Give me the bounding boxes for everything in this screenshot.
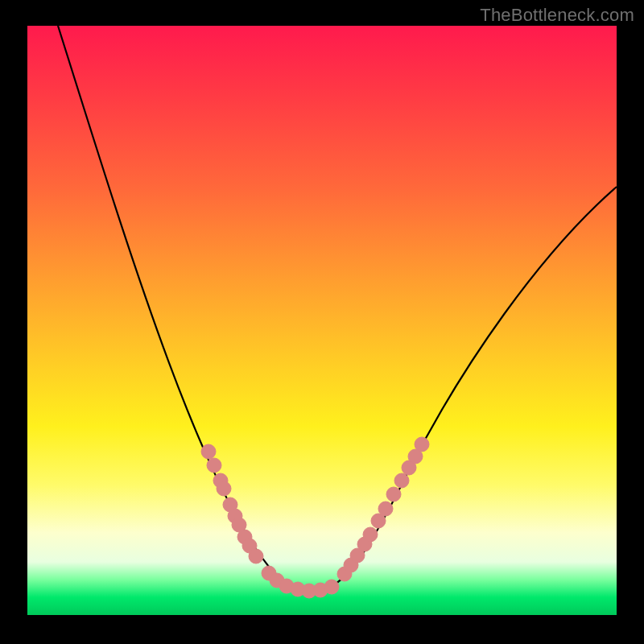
curve-marker [415,437,429,452]
curve-marker [207,458,221,473]
curve-svg [27,26,617,615]
watermark-text: TheBottleneck.com [480,5,634,26]
curve-marker [249,549,263,564]
chart-frame: TheBottleneck.com [0,0,644,644]
plot-area [27,26,617,615]
curve-marker [217,481,231,496]
bottleneck-curve [58,26,617,590]
curve-marker [378,502,393,516]
curve-marker [386,487,401,502]
curve-marker [324,580,339,594]
curve-marker [201,444,216,459]
curve-marker [394,473,409,488]
curve-marker [363,527,378,542]
curve-markers [201,437,429,598]
